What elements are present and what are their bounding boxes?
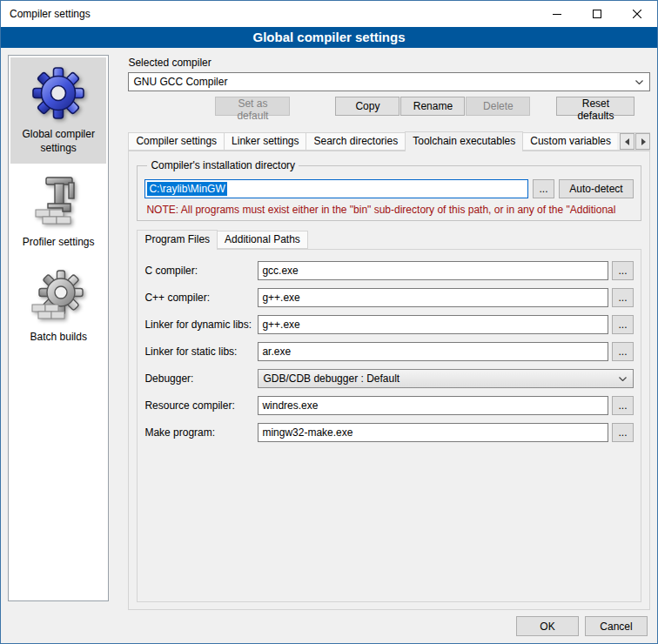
debugger-value: GDB/CDB debugger : Default bbox=[263, 372, 400, 385]
static-linker-input[interactable] bbox=[258, 342, 608, 361]
delete-button[interactable]: Delete bbox=[466, 97, 530, 116]
field-row: Linker for dynamic libs: ... bbox=[144, 315, 634, 334]
dynamic-linker-input[interactable] bbox=[258, 315, 608, 334]
field-row: Linker for static libs: ... bbox=[144, 342, 634, 361]
tab-custom-variables[interactable]: Custom variables bbox=[522, 132, 619, 151]
static-linker-label: Linker for static libs: bbox=[144, 345, 258, 358]
make-program-label: Make program: bbox=[144, 426, 258, 439]
tab-toolchain-executables[interactable]: Toolchain executables bbox=[405, 131, 523, 151]
subtab-program-files[interactable]: Program Files bbox=[137, 230, 218, 250]
reset-defaults-button[interactable]: Reset defaults bbox=[556, 97, 634, 116]
ok-button[interactable]: OK bbox=[516, 616, 579, 636]
close-icon bbox=[633, 10, 641, 18]
minimize-icon bbox=[553, 10, 561, 18]
sidebar-item-batch-builds[interactable]: Batch builds bbox=[10, 260, 106, 353]
sidebar-item-profiler-settings[interactable]: Profiler settings bbox=[10, 165, 106, 258]
debugger-label: Debugger: bbox=[144, 372, 258, 385]
install-dir-group-title: Compiler's installation directory bbox=[147, 159, 299, 171]
cpp-compiler-label: C++ compiler: bbox=[144, 292, 258, 304]
settings-tabs: Compiler settings Linker settings Search… bbox=[128, 131, 650, 151]
cpp-compiler-input[interactable] bbox=[258, 288, 608, 307]
auto-detect-button[interactable]: Auto-detect bbox=[559, 179, 634, 198]
sidebar-item-label: Global compiler settings bbox=[12, 128, 104, 155]
selected-compiler-value: GNU GCC Compiler bbox=[133, 76, 227, 88]
resource-compiler-input[interactable] bbox=[258, 396, 608, 415]
program-subtabs: Program Files Additional Paths bbox=[137, 230, 641, 250]
installation-directory-value: C:\raylib\MinGW bbox=[147, 182, 226, 196]
profiler-tool-icon bbox=[30, 173, 86, 229]
tab-compiler-settings[interactable]: Compiler settings bbox=[128, 132, 225, 151]
browse-c-compiler-button[interactable]: ... bbox=[612, 261, 634, 280]
settings-category-list: Global compiler settings bbox=[8, 55, 109, 601]
main-area: Selected compiler GNU GCC Compiler Set a… bbox=[118, 55, 650, 610]
field-row: Resource compiler: ... bbox=[144, 396, 634, 415]
debugger-dropdown[interactable]: GDB/CDB debugger : Default bbox=[258, 369, 634, 388]
minimize-button[interactable] bbox=[537, 1, 577, 27]
toolchain-executables-panel: Compiler's installation directory C:\ray… bbox=[128, 151, 650, 610]
sidebar-item-global-compiler-settings[interactable]: Global compiler settings bbox=[10, 57, 106, 164]
blue-gear-icon bbox=[30, 65, 86, 121]
maximize-icon bbox=[593, 10, 601, 18]
browse-make-program-button[interactable]: ... bbox=[612, 423, 634, 442]
browse-dynamic-linker-button[interactable]: ... bbox=[612, 315, 634, 334]
caption-buttons bbox=[537, 1, 657, 27]
chevron-down-icon bbox=[619, 377, 627, 381]
make-program-input[interactable] bbox=[258, 423, 608, 442]
dynamic-linker-label: Linker for dynamic libs: bbox=[144, 319, 258, 331]
dialog-body: Global compiler settings bbox=[8, 55, 650, 610]
field-row: C++ compiler: ... bbox=[144, 288, 634, 307]
installation-directory-input[interactable]: C:\raylib\MinGW bbox=[144, 179, 528, 198]
field-row: C compiler: ... bbox=[144, 261, 634, 280]
tab-scroll-right-button[interactable] bbox=[635, 133, 650, 150]
titlebar: Compiler settings bbox=[1, 1, 657, 27]
window-title: Compiler settings bbox=[1, 8, 537, 20]
compiler-actions: Set as default Copy Rename Delete Reset … bbox=[128, 97, 650, 116]
browse-directory-button[interactable]: ... bbox=[533, 179, 554, 198]
selected-compiler-label: Selected compiler bbox=[128, 57, 650, 69]
install-dir-group: Compiler's installation directory C:\ray… bbox=[137, 159, 641, 221]
set-as-default-button[interactable]: Set as default bbox=[215, 97, 290, 116]
selected-compiler-dropdown[interactable]: GNU GCC Compiler bbox=[128, 72, 650, 91]
browse-cpp-compiler-button[interactable]: ... bbox=[612, 288, 634, 307]
subtab-additional-paths[interactable]: Additional Paths bbox=[217, 231, 308, 249]
program-files-panel: C compiler: ... C++ compiler: ... Linker… bbox=[137, 249, 641, 602]
cancel-button[interactable]: Cancel bbox=[585, 616, 648, 636]
compiler-settings-window: Compiler settings Global compiler settin… bbox=[0, 0, 658, 644]
resource-compiler-label: Resource compiler: bbox=[144, 399, 258, 412]
field-row: Debugger: GDB/CDB debugger : Default bbox=[144, 369, 634, 388]
c-compiler-label: C compiler: bbox=[144, 265, 258, 277]
copy-button[interactable]: Copy bbox=[335, 97, 400, 116]
tab-linker-settings[interactable]: Linker settings bbox=[224, 132, 306, 151]
tab-scroll-arrows bbox=[617, 133, 650, 150]
tab-scroll-left-button[interactable] bbox=[620, 133, 634, 150]
chevron-down-icon bbox=[635, 80, 643, 84]
note-text: NOTE: All programs must exist either in … bbox=[146, 204, 632, 216]
browse-static-linker-button[interactable]: ... bbox=[612, 342, 634, 361]
sidebar-item-label: Profiler settings bbox=[23, 236, 95, 250]
browse-resource-compiler-button[interactable]: ... bbox=[612, 396, 634, 415]
dialog-footer: OK Cancel bbox=[516, 616, 648, 636]
c-compiler-input[interactable] bbox=[258, 261, 608, 280]
arrow-left-icon bbox=[624, 138, 631, 145]
rename-button[interactable]: Rename bbox=[400, 97, 465, 116]
close-button[interactable] bbox=[617, 1, 657, 27]
sidebar-item-label: Batch builds bbox=[30, 331, 87, 345]
install-dir-row: C:\raylib\MinGW ... Auto-detect bbox=[144, 179, 634, 198]
gray-gear-bricks-icon bbox=[30, 268, 86, 324]
maximize-button[interactable] bbox=[577, 1, 617, 27]
page-title: Global compiler settings bbox=[1, 27, 657, 48]
arrow-right-icon bbox=[640, 138, 647, 145]
tab-search-directories[interactable]: Search directories bbox=[306, 132, 406, 151]
field-row: Make program: ... bbox=[144, 423, 634, 442]
